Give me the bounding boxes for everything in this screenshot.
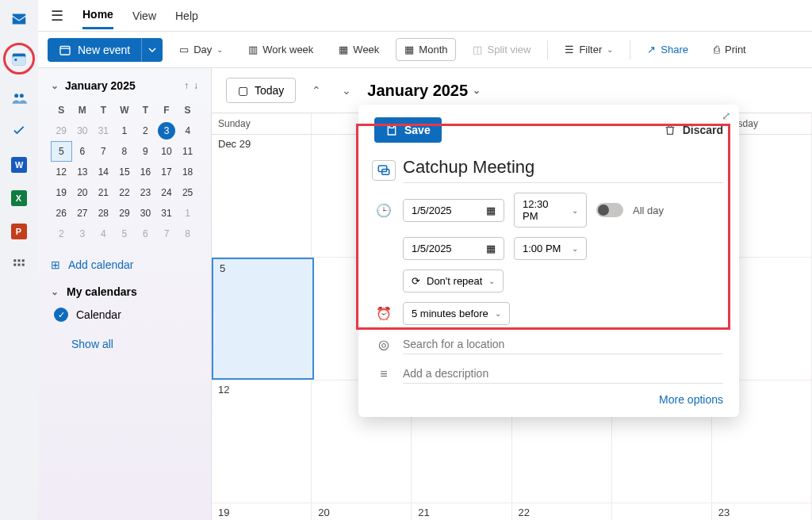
mini-day[interactable]: 18: [177, 162, 198, 182]
mini-day[interactable]: 25: [177, 182, 198, 203]
share-button[interactable]: ↗Share: [638, 38, 697, 61]
teams-icon[interactable]: [374, 160, 393, 181]
discard-button[interactable]: Discard: [664, 124, 723, 136]
new-event-dropdown[interactable]: [141, 38, 163, 62]
view-month-button[interactable]: ▦Month: [396, 38, 456, 61]
show-all-link[interactable]: Show all: [71, 338, 198, 350]
print-button[interactable]: ⎙Print: [705, 38, 755, 61]
prev-month-icon[interactable]: ↑: [184, 80, 189, 91]
mini-day[interactable]: 31: [93, 120, 114, 141]
mail-icon[interactable]: [10, 10, 29, 29]
mini-day[interactable]: 22: [114, 182, 136, 203]
prev-period-icon[interactable]: ⌃: [307, 81, 326, 100]
mini-day[interactable]: 27: [72, 203, 94, 224]
calendar-item[interactable]: ✓ Calendar: [54, 308, 198, 322]
today-button[interactable]: ▢ Today: [226, 78, 296, 103]
split-view-button[interactable]: ◫Split view: [464, 38, 539, 61]
mini-day[interactable]: 2: [51, 224, 72, 244]
mini-day[interactable]: 5: [114, 224, 136, 244]
mini-day[interactable]: 12: [51, 162, 72, 182]
mini-day[interactable]: 11: [177, 141, 198, 162]
grid-day-cell[interactable]: 20: [312, 503, 412, 520]
hamburger-icon[interactable]: ☰: [51, 7, 63, 25]
view-workweek-button[interactable]: ▥Work week: [239, 38, 322, 61]
svg-rect-2: [15, 59, 17, 61]
mini-day[interactable]: 17: [156, 162, 178, 182]
start-date-input[interactable]: 1/5/2025▦: [403, 199, 504, 222]
mini-day[interactable]: 9: [135, 141, 156, 162]
mini-day[interactable]: 14: [93, 162, 114, 182]
grid-day-cell[interactable]: 19: [212, 503, 312, 520]
grid-day-cell[interactable]: 22: [512, 503, 612, 520]
mini-day[interactable]: 6: [135, 224, 156, 244]
add-calendar-button[interactable]: ⊞ Add calendar: [51, 258, 198, 271]
mini-day[interactable]: 23: [135, 182, 156, 203]
reminder-dropdown[interactable]: 5 minutes before⌄: [403, 302, 510, 325]
todo-icon[interactable]: [10, 122, 29, 141]
month-title[interactable]: January 2025 ⌄: [367, 82, 481, 100]
all-day-toggle[interactable]: [596, 203, 623, 217]
view-week-button[interactable]: ▦Week: [330, 38, 388, 61]
word-icon[interactable]: W: [10, 155, 29, 174]
repeat-dropdown[interactable]: ⟳Don't repeat⌄: [403, 270, 504, 292]
mini-day[interactable]: 20: [72, 182, 94, 203]
expand-icon[interactable]: ⤢: [722, 109, 731, 122]
mini-day[interactable]: 15: [114, 162, 136, 182]
people-icon[interactable]: [10, 89, 29, 108]
mini-day[interactable]: 29: [114, 203, 136, 224]
mini-day[interactable]: 7: [93, 141, 114, 162]
grid-day-cell[interactable]: 5: [212, 258, 314, 380]
mini-day[interactable]: 3: [72, 224, 94, 244]
mini-day[interactable]: 19: [51, 182, 72, 203]
calendar-app-icon[interactable]: [10, 49, 29, 68]
more-options-link[interactable]: More options: [374, 393, 723, 406]
start-time-input[interactable]: 12:30 PM⌄: [514, 193, 587, 228]
filter-button[interactable]: ☰Filter⌄: [556, 38, 622, 61]
mini-day[interactable]: 3: [158, 122, 175, 140]
mini-day[interactable]: 16: [135, 162, 156, 182]
location-input[interactable]: [403, 335, 723, 354]
mini-day[interactable]: 2: [135, 120, 156, 141]
tab-view[interactable]: View: [132, 3, 156, 29]
grid-day-cell[interactable]: 21: [412, 503, 511, 520]
mini-day[interactable]: 8: [114, 141, 136, 162]
grid-day-cell[interactable]: 12: [212, 380, 312, 503]
mini-day[interactable]: 4: [177, 120, 198, 141]
mini-day[interactable]: 8: [177, 224, 198, 244]
mini-day[interactable]: 4: [93, 224, 114, 244]
end-date-input[interactable]: 1/5/2025▦: [403, 237, 504, 260]
next-month-icon[interactable]: ↓: [193, 80, 198, 91]
mini-day[interactable]: 5: [51, 141, 72, 162]
mini-day[interactable]: 30: [72, 120, 94, 141]
powerpoint-icon[interactable]: P: [10, 222, 29, 241]
mini-day[interactable]: 13: [72, 162, 94, 182]
chevron-down-icon[interactable]: ⌄: [51, 80, 59, 91]
mini-day[interactable]: 29: [51, 120, 72, 141]
more-apps-icon[interactable]: [10, 255, 29, 274]
grid-day-cell[interactable]: 23: [712, 503, 812, 520]
grid-day-cell[interactable]: Dec 29: [212, 135, 312, 257]
my-calendars-header[interactable]: ⌄ My calendars: [51, 285, 198, 298]
mini-day[interactable]: 26: [51, 203, 72, 224]
new-event-button[interactable]: New event: [48, 38, 141, 62]
mini-day[interactable]: 28: [93, 203, 114, 224]
view-day-button[interactable]: ▭Day⌄: [170, 38, 232, 61]
description-input[interactable]: [403, 364, 723, 384]
mini-day[interactable]: 31: [156, 203, 178, 224]
mini-day[interactable]: 21: [93, 182, 114, 203]
end-time-input[interactable]: 1:00 PM⌄: [514, 237, 587, 260]
excel-icon[interactable]: X: [10, 189, 29, 208]
mini-day[interactable]: 7: [156, 224, 178, 244]
mini-day[interactable]: 6: [72, 141, 94, 162]
tab-help[interactable]: Help: [175, 3, 198, 29]
mini-day[interactable]: 24: [156, 182, 178, 203]
grid-day-cell[interactable]: [612, 503, 712, 520]
event-title-input[interactable]: [403, 157, 723, 183]
tab-home[interactable]: Home: [82, 2, 113, 29]
save-button[interactable]: Save: [374, 117, 442, 143]
mini-day[interactable]: 1: [114, 120, 136, 141]
next-period-icon[interactable]: ⌄: [337, 81, 356, 100]
mini-day[interactable]: 1: [177, 203, 198, 224]
mini-day[interactable]: 10: [156, 141, 178, 162]
mini-day[interactable]: 30: [135, 203, 156, 224]
